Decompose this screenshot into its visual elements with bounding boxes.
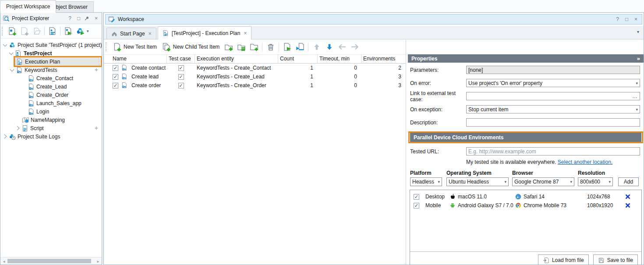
horizontal-scrollbar[interactable]: ◂ ▸: [0, 257, 102, 265]
add-new-project-button[interactable]: [6, 25, 18, 37]
tested-url-input[interactable]: [468, 148, 638, 155]
chevron-right-icon[interactable]: [15, 125, 21, 131]
tested-url-field[interactable]: [466, 147, 640, 155]
new-child-test-item-button[interactable]: New Child Test Item: [160, 41, 222, 53]
close-icon[interactable]: ×: [93, 15, 99, 21]
column-header-test-case[interactable]: Test case: [167, 55, 195, 63]
table-row[interactable]: ✓Create contact ✓ KeywordTests - Create_…: [104, 64, 406, 72]
delete-device-icon[interactable]: [625, 194, 631, 200]
move-right-button-disabled[interactable]: [349, 41, 361, 53]
column-header-environments[interactable]: Environments: [361, 55, 406, 63]
on-error-dropdown[interactable]: Use project's 'On error' property▾: [466, 79, 640, 87]
move-down-button[interactable]: [323, 41, 335, 53]
row-checkbox[interactable]: ✓: [113, 65, 118, 71]
tab-project-workspace[interactable]: Project Workspace: [0, 0, 56, 13]
run-project-button[interactable]: [62, 25, 74, 37]
selected-tree-item[interactable]: Execution Plan: [15, 57, 99, 66]
tab-start-page[interactable]: Start Page ×: [106, 28, 156, 39]
tree-item-execution-plan[interactable]: Execution Plan: [0, 57, 102, 66]
chrome-icon: [515, 202, 521, 208]
platform-dropdown[interactable]: Headless▾: [410, 177, 442, 186]
browse-ellipsis-button[interactable]: …: [632, 93, 638, 99]
save-to-file-button[interactable]: Save to file: [593, 254, 638, 265]
column-header-execution-entity[interactable]: Execution entity: [195, 55, 278, 63]
operating-system-dropdown[interactable]: Ubuntu Headless▾: [446, 177, 509, 186]
chevron-down-icon[interactable]: [2, 42, 8, 48]
link-external-field[interactable]: …: [466, 92, 640, 100]
run-options-caret-icon[interactable]: ▾: [87, 29, 89, 33]
column-header-count[interactable]: Count: [278, 55, 318, 63]
add-keyword-test-icon[interactable]: +: [95, 66, 98, 73]
column-header-timeout[interactable]: Timeout, min: [318, 55, 361, 63]
table-row[interactable]: ✓Create order ✓ KeywordTests - Create_Or…: [104, 81, 406, 90]
tree-item-testproject[interactable]: TestProject: [0, 49, 102, 57]
row-checkbox[interactable]: ✓: [113, 83, 118, 88]
move-up-button-disabled[interactable]: [311, 41, 322, 53]
close-tab-icon[interactable]: ×: [244, 30, 247, 36]
new-group-button[interactable]: [223, 41, 234, 53]
resolution-dropdown[interactable]: 800x600▾: [578, 177, 613, 186]
tree-item-create-lead[interactable]: Create_Lead: [0, 82, 102, 91]
tree-item-namemapping[interactable]: NameMapping: [0, 116, 102, 124]
run-focused-item-button[interactable]: [281, 41, 293, 53]
new-test-item-button[interactable]: New Test Item: [110, 41, 159, 53]
new-item-button-disabled[interactable]: [18, 25, 30, 37]
row-checkbox[interactable]: ✓: [113, 74, 118, 80]
add-script-icon[interactable]: +: [95, 124, 98, 131]
chevron-right-icon[interactable]: [2, 134, 8, 139]
device-checkbox[interactable]: ✓: [414, 194, 419, 200]
tree-item-keywordtests[interactable]: KeywordTests +: [0, 66, 102, 74]
tree-item-script[interactable]: Script +: [0, 124, 102, 132]
execution-plan-toolbar-button[interactable]: [46, 25, 58, 37]
tree-item-launch-sales-app[interactable]: Launch_Sales_app: [0, 99, 102, 107]
chevron-down-icon[interactable]: [8, 50, 14, 56]
column-header-name[interactable]: Name: [104, 55, 167, 63]
tree-item-project-suite[interactable]: Project Suite 'TestProject' (1 project): [0, 41, 102, 49]
help-icon[interactable]: ?: [614, 16, 621, 22]
panel-title: Project Explorer: [12, 15, 64, 21]
device-checkbox[interactable]: ✓: [414, 203, 419, 208]
tree-item-project-suite-logs[interactable]: Project Suite Logs: [0, 132, 102, 141]
tree-item-create-order[interactable]: Create_Order: [0, 91, 102, 99]
description-field[interactable]: [466, 118, 640, 127]
test-case-checkbox[interactable]: ✓: [178, 74, 184, 80]
delete-item-button[interactable]: [265, 41, 276, 53]
test-case-checkbox[interactable]: ✓: [178, 65, 184, 71]
help-icon[interactable]: ?: [67, 15, 73, 21]
select-another-location-link[interactable]: Select another location.: [558, 159, 612, 165]
toolbar-grip[interactable]: [106, 42, 108, 51]
tab-execution-plan[interactable]: [TestProject] - Execution Plan ×: [158, 26, 252, 39]
maximize-icon[interactable]: □: [623, 16, 630, 22]
scroll-left-icon[interactable]: ◂: [1, 259, 7, 264]
toolbar-grip[interactable]: [2, 27, 4, 35]
run-project-suite-button[interactable]: [74, 25, 86, 37]
on-exception-dropdown[interactable]: Stop current item▾: [466, 105, 640, 113]
load-from-file-button[interactable]: Load from file: [538, 254, 589, 265]
tree-item-create-contact[interactable]: Create_Contact: [0, 74, 102, 82]
scroll-right-icon[interactable]: ▸: [96, 259, 101, 264]
device-row-mobile[interactable]: ✓ Mobile Android Galaxy S7 / 7.0 Chrome …: [410, 201, 641, 210]
add-to-group-button[interactable]: [248, 41, 260, 53]
parameters-field[interactable]: [none]: [466, 66, 640, 74]
maximize-icon[interactable]: □: [75, 15, 82, 21]
delete-device-icon[interactable]: [625, 202, 631, 208]
description-input[interactable]: [468, 119, 638, 126]
chevron-down-icon[interactable]: [9, 67, 15, 73]
close-tab-icon[interactable]: ×: [149, 31, 152, 37]
tree-item-login[interactable]: Login: [0, 107, 102, 116]
table-row[interactable]: ✓Create lead ✓ KeywordTests - Create_Lea…: [104, 72, 406, 81]
device-row-desktop[interactable]: ✓ Desktop macOS 11.0 Safari 14 1024x768: [410, 192, 641, 201]
link-external-input[interactable]: [468, 93, 632, 99]
tab-list-caret-icon[interactable]: ▾: [637, 29, 639, 34]
add-environment-button[interactable]: Add: [618, 177, 639, 186]
browser-dropdown[interactable]: Google Chrome 87▾: [512, 177, 574, 186]
run-selected-items-button[interactable]: [294, 41, 306, 53]
pin-icon[interactable]: [84, 16, 91, 21]
test-case-checkbox[interactable]: ✓: [178, 83, 184, 88]
collapse-panel-icon[interactable]: »: [637, 55, 640, 62]
open-item-button-disabled[interactable]: [31, 25, 42, 37]
close-icon[interactable]: ×: [633, 16, 639, 22]
group-items-button[interactable]: [235, 41, 247, 53]
scrollbar-thumb[interactable]: [7, 259, 91, 263]
move-left-button-disabled[interactable]: [336, 41, 348, 53]
